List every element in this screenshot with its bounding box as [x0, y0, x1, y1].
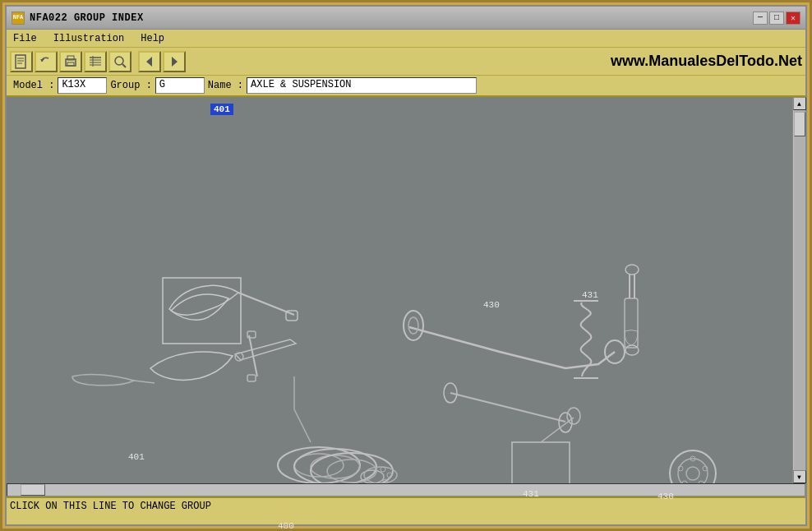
fields-row: Model : K13X Group : G Name : AXLE & SUS… [7, 76, 805, 97]
scroll-down-button[interactable]: ▼ [793, 470, 806, 483]
part-label-431-bottom: 431 [523, 489, 539, 499]
part-label-430-top: 430 [483, 300, 500, 310]
scroll-track[interactable] [794, 110, 805, 470]
print-icon [63, 54, 78, 69]
part-label-401: 401 [128, 452, 145, 462]
title-bar: NFA NFA022 GROUP INDEX ─ □ ✕ [7, 7, 805, 30]
horizontal-scrollbar[interactable] [7, 483, 805, 496]
content-wrapper: 401 401 400 430 431 431 430 ▲ [7, 97, 805, 483]
scroll-up-button[interactable]: ▲ [793, 97, 806, 110]
restore-button[interactable]: □ [769, 12, 784, 25]
next-icon [167, 54, 182, 69]
part-label-430-bottom: 430 [657, 492, 674, 501]
app-window: NFA NFA022 GROUP INDEX ─ □ ✕ File Illust… [0, 0, 812, 531]
search-button[interactable] [108, 51, 131, 72]
svg-rect-0 [16, 55, 25, 68]
prev-icon [142, 54, 157, 69]
part-label-431-top: 431 [582, 290, 598, 300]
undo-button[interactable] [35, 51, 58, 72]
menu-help[interactable]: Help [137, 31, 168, 46]
app-icon: NFA [12, 12, 25, 25]
model-label: Model : [10, 80, 58, 91]
close-button[interactable]: ✕ [786, 12, 800, 25]
watermark: www.ManualesDelTodo.Net [611, 53, 802, 70]
menu-illustration[interactable]: Illustration [50, 31, 127, 46]
prev-button[interactable] [138, 51, 161, 72]
print-button[interactable] [59, 51, 82, 72]
index-icon [14, 54, 29, 69]
list-icon [88, 54, 103, 69]
part-label-401-highlight[interactable]: 401 [210, 104, 233, 115]
minimize-button[interactable]: ─ [753, 12, 768, 25]
next-button[interactable] [163, 51, 186, 72]
status-text: CLICK ON THIS LINE TO CHANGE GROUP [10, 501, 211, 512]
vertical-scrollbar[interactable]: ▲ ▼ [792, 97, 805, 483]
group-label: Group : [107, 80, 155, 91]
list-button[interactable] [84, 51, 107, 72]
inner-window: NFA NFA022 GROUP INDEX ─ □ ✕ File Illust… [5, 5, 807, 526]
bottom-scroll-area [7, 483, 805, 496]
svg-marker-15 [146, 57, 152, 67]
h-scroll-thumb[interactable] [21, 484, 45, 496]
menu-bar: File Illustration Help [7, 30, 805, 48]
title-bar-left: NFA NFA022 GROUP INDEX [12, 12, 144, 25]
model-value[interactable]: K13X [58, 77, 107, 94]
parts-diagram [7, 97, 805, 483]
svg-line-14 [122, 64, 126, 67]
name-value[interactable]: AXLE & SUSPENSION [247, 77, 477, 94]
status-bar: CLICK ON THIS LINE TO CHANGE GROUP [7, 496, 805, 515]
scroll-thumb[interactable] [794, 112, 805, 136]
toolbar: www.ManualesDelTodo.Net [7, 48, 805, 76]
menu-file[interactable]: File [10, 31, 40, 46]
diagram-area[interactable]: 401 401 400 430 431 431 430 [7, 97, 805, 483]
part-label-400: 400 [278, 521, 294, 531]
svg-point-13 [115, 57, 123, 65]
group-value[interactable]: G [155, 77, 205, 94]
undo-icon [39, 54, 53, 69]
svg-marker-16 [172, 57, 178, 67]
window-title: NFA022 GROUP INDEX [30, 12, 144, 24]
window-controls: ─ □ ✕ [753, 12, 800, 25]
index-button[interactable] [10, 51, 33, 72]
name-label: Name : [205, 80, 247, 91]
search-icon [113, 54, 127, 69]
svg-rect-17 [7, 97, 805, 483]
